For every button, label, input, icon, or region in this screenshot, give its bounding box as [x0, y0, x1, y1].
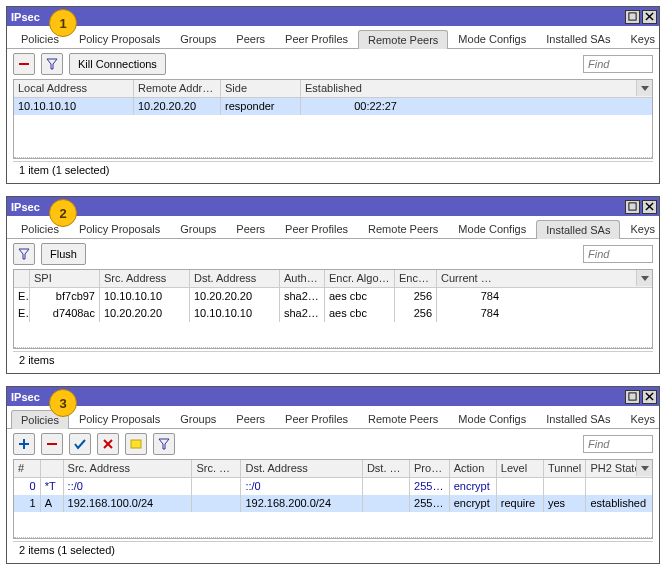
cell-established: 00:22:27: [301, 98, 401, 115]
ipsec-window-3: 3 IPsec Policies Policy Proposals Groups…: [6, 386, 660, 564]
col-side[interactable]: Side: [221, 80, 301, 97]
scroll-indicator-icon[interactable]: [636, 460, 652, 476]
tab-installed-sas[interactable]: Installed SAs: [536, 409, 620, 428]
tab-bar: Policies Policy Proposals Groups Peers P…: [7, 216, 659, 239]
tab-keys[interactable]: Keys: [620, 409, 664, 428]
marker-badge: 2: [49, 199, 77, 227]
svg-marker-18: [159, 439, 169, 449]
table-row[interactable]: E d7408ac 10.20.20.20 10.10.10.10 sha256…: [14, 305, 652, 322]
toolbar: [7, 429, 659, 459]
tab-peer-profiles[interactable]: Peer Profiles: [275, 409, 358, 428]
svg-rect-13: [19, 443, 29, 445]
table-row[interactable]: E bf7cb97 10.10.10.10 10.20.20.20 sha256…: [14, 288, 652, 305]
find-input[interactable]: [583, 435, 653, 453]
col-dst[interactable]: Dst. Address: [190, 270, 280, 287]
tab-peers[interactable]: Peers: [226, 29, 275, 48]
installed-sas-table: SPI Src. Address Dst. Address Auth… Encr…: [13, 269, 653, 349]
cell-dport: [363, 478, 410, 495]
enable-button[interactable]: [69, 433, 91, 455]
ipsec-window-2: 2 IPsec Policies Policy Proposals Groups…: [6, 196, 660, 374]
cell-tunnel: [544, 478, 586, 495]
add-button[interactable]: [13, 433, 35, 455]
tab-peers[interactable]: Peers: [226, 219, 275, 238]
col-tunnel[interactable]: Tunnel: [544, 460, 586, 477]
status-bar: 1 item (1 selected): [13, 161, 653, 179]
tab-mode-configs[interactable]: Mode Configs: [448, 29, 536, 48]
col-proto[interactable]: Proto…: [410, 460, 450, 477]
close-icon[interactable]: [642, 390, 657, 404]
col-src[interactable]: Src. Address: [100, 270, 190, 287]
filter-button[interactable]: [153, 433, 175, 455]
tab-mode-configs[interactable]: Mode Configs: [448, 409, 536, 428]
tab-groups[interactable]: Groups: [170, 29, 226, 48]
tab-policy-proposals[interactable]: Policy Proposals: [69, 219, 170, 238]
tab-policy-proposals[interactable]: Policy Proposals: [69, 409, 170, 428]
remove-button[interactable]: [13, 53, 35, 75]
tab-installed-sas[interactable]: Installed SAs: [536, 29, 620, 48]
tab-mode-configs[interactable]: Mode Configs: [448, 219, 536, 238]
flush-button[interactable]: Flush: [41, 243, 86, 265]
kill-connections-button[interactable]: Kill Connections: [69, 53, 166, 75]
tab-peers[interactable]: Peers: [226, 409, 275, 428]
col-action[interactable]: Action: [450, 460, 497, 477]
window-title: IPsec: [11, 201, 40, 213]
col-flag[interactable]: [14, 270, 30, 287]
tab-policy-proposals[interactable]: Policy Proposals: [69, 29, 170, 48]
disable-button[interactable]: [97, 433, 119, 455]
tab-remote-peers[interactable]: Remote Peers: [358, 219, 448, 238]
table-row[interactable]: 1 A 192.168.100.0/24 192.168.200.0/24 25…: [14, 495, 652, 512]
col-current[interactable]: Current B…: [437, 270, 503, 287]
tab-keys[interactable]: Keys: [620, 29, 664, 48]
col-src[interactable]: Src. Address: [64, 460, 193, 477]
tab-groups[interactable]: Groups: [170, 409, 226, 428]
col-auth[interactable]: Auth…: [280, 270, 325, 287]
comment-button[interactable]: [125, 433, 147, 455]
scroll-indicator-icon[interactable]: [636, 270, 652, 286]
tab-groups[interactable]: Groups: [170, 219, 226, 238]
tab-peer-profiles[interactable]: Peer Profiles: [275, 29, 358, 48]
minimize-icon[interactable]: [625, 10, 640, 24]
col-dport[interactable]: Dst. Port: [363, 460, 410, 477]
table-row[interactable]: 10.10.10.10 10.20.20.20 responder 00:22:…: [14, 98, 652, 115]
filter-button[interactable]: [13, 243, 35, 265]
remove-button[interactable]: [41, 433, 63, 455]
find-box: [583, 245, 653, 263]
col-spi[interactable]: SPI: [30, 270, 100, 287]
tab-remote-peers[interactable]: Remote Peers: [358, 30, 448, 49]
col-local-address[interactable]: Local Address: [14, 80, 134, 97]
close-icon[interactable]: [642, 10, 657, 24]
find-input[interactable]: [583, 55, 653, 73]
find-box: [583, 55, 653, 73]
col-num[interactable]: #: [14, 460, 41, 477]
col-enc[interactable]: Encr…: [395, 270, 437, 287]
cell-flag: E: [14, 288, 30, 305]
policies-table: # Src. Address Src. Port Dst. Address Ds…: [13, 459, 653, 539]
minimize-icon[interactable]: [625, 390, 640, 404]
cell-src: 192.168.100.0/24: [64, 495, 193, 512]
table-row[interactable]: 0 *T ::/0 ::/0 255 (… encrypt: [14, 478, 652, 495]
cell-flag: A: [41, 495, 64, 512]
col-established[interactable]: Established: [301, 80, 401, 97]
minimize-icon[interactable]: [625, 200, 640, 214]
col-dst[interactable]: Dst. Address: [241, 460, 362, 477]
scroll-indicator-icon[interactable]: [636, 80, 652, 96]
cell-action: encrypt: [450, 478, 497, 495]
tab-remote-peers[interactable]: Remote Peers: [358, 409, 448, 428]
table-header: Local Address Remote Address / Side Esta…: [14, 80, 652, 98]
col-remote-address[interactable]: Remote Address /: [134, 80, 221, 97]
find-input[interactable]: [583, 245, 653, 263]
tab-bar: Policies Policy Proposals Groups Peers P…: [7, 406, 659, 429]
tab-keys[interactable]: Keys: [620, 219, 664, 238]
filter-button[interactable]: [41, 53, 63, 75]
titlebar: IPsec: [7, 197, 659, 216]
tab-installed-sas[interactable]: Installed SAs: [536, 220, 620, 239]
tab-peer-profiles[interactable]: Peer Profiles: [275, 219, 358, 238]
cell-remote: 10.20.20.20: [134, 98, 221, 115]
close-icon[interactable]: [642, 200, 657, 214]
col-level[interactable]: Level: [497, 460, 544, 477]
col-encalg[interactable]: Encr. Algor…: [325, 270, 395, 287]
cell-local: 10.10.10.10: [14, 98, 134, 115]
svg-rect-5: [629, 203, 636, 210]
col-sport[interactable]: Src. Port: [192, 460, 241, 477]
col-flag[interactable]: [41, 460, 64, 477]
